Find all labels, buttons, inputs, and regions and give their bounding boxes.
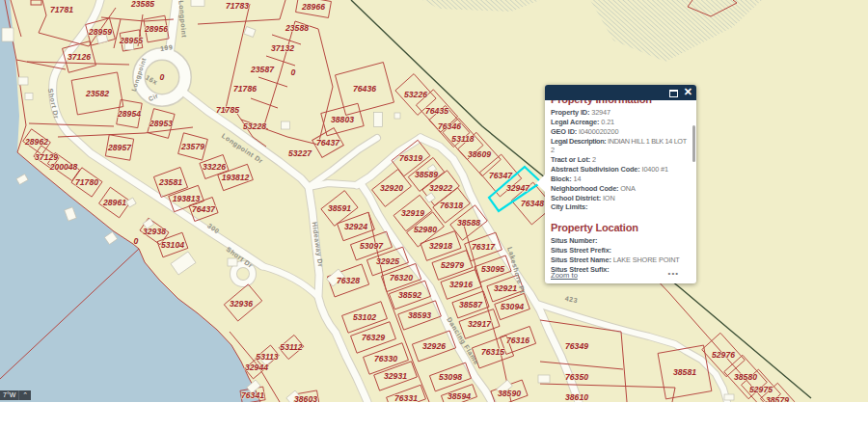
svg-text:53112: 53112 (280, 342, 302, 352)
svg-text:38588: 38588 (457, 218, 480, 228)
svg-text:38594: 38594 (448, 391, 471, 401)
svg-text:76320: 76320 (390, 273, 413, 282)
svg-text:0: 0 (291, 67, 296, 77)
svg-text:76349: 76349 (565, 341, 588, 351)
svg-text:38593: 38593 (408, 310, 431, 320)
svg-text:28962: 28962 (24, 137, 48, 147)
svg-text:76346: 76346 (438, 121, 461, 131)
svg-text:76317: 76317 (472, 242, 496, 252)
svg-text:32947: 32947 (506, 183, 530, 193)
svg-text:71785: 71785 (216, 105, 239, 115)
svg-text:23585: 23585 (130, 0, 154, 9)
svg-text:32936: 32936 (230, 299, 253, 309)
svg-text:23579: 23579 (180, 142, 204, 151)
svg-text:38609: 38609 (468, 149, 491, 159)
svg-text:76435: 76435 (425, 106, 448, 116)
svg-text:200048: 200048 (49, 162, 78, 172)
svg-text:53226: 53226 (404, 90, 427, 99)
svg-text:76328: 76328 (337, 276, 360, 285)
svg-text:52979: 52979 (441, 260, 464, 270)
svg-text:53113: 53113 (256, 352, 278, 362)
svg-text:71780: 71780 (75, 177, 98, 187)
svg-text:38590: 38590 (498, 389, 521, 398)
svg-text:28961: 28961 (102, 198, 126, 207)
svg-text:32924: 32924 (344, 222, 367, 231)
svg-text:76330: 76330 (374, 354, 397, 363)
svg-text:28955: 28955 (119, 36, 143, 45)
svg-text:53227: 53227 (288, 148, 312, 158)
svg-text:71783: 71783 (226, 1, 249, 11)
svg-text:38581: 38581 (673, 367, 696, 377)
svg-text:76319: 76319 (399, 153, 422, 163)
svg-text:38591: 38591 (328, 203, 351, 213)
svg-text:28956: 28956 (144, 24, 168, 34)
svg-text:32925: 32925 (376, 256, 399, 266)
svg-text:52980: 52980 (414, 225, 437, 234)
svg-text:53104: 53104 (161, 240, 184, 250)
svg-text:76316: 76316 (506, 336, 529, 345)
svg-text:32919: 32919 (401, 208, 424, 218)
svg-text:76318: 76318 (440, 201, 463, 210)
svg-text:32920: 32920 (380, 183, 403, 193)
svg-text:76436: 76436 (353, 84, 376, 94)
svg-text:76350: 76350 (565, 372, 588, 382)
svg-text:38579: 38579 (766, 395, 789, 402)
svg-text:28957: 28957 (107, 143, 132, 152)
svg-text:28953: 28953 (149, 119, 173, 128)
svg-text:38803: 38803 (331, 115, 354, 124)
svg-text:53097: 53097 (360, 241, 384, 251)
svg-text:76348: 76348 (521, 199, 544, 208)
svg-text:76347: 76347 (489, 171, 513, 180)
svg-text:32931: 32931 (384, 371, 407, 381)
svg-text:32916: 32916 (449, 280, 473, 289)
svg-text:52975: 52975 (749, 385, 773, 394)
svg-text:28966: 28966 (301, 2, 325, 12)
svg-text:76329: 76329 (362, 333, 385, 342)
svg-text:37129: 37129 (35, 152, 58, 162)
svg-text:53098: 53098 (439, 372, 462, 382)
svg-text:32922: 32922 (429, 183, 452, 193)
svg-text:32921: 32921 (494, 283, 517, 293)
svg-text:32917: 32917 (468, 319, 492, 329)
svg-text:37132: 37132 (271, 43, 294, 53)
svg-text:0: 0 (134, 236, 139, 246)
svg-text:32938: 32938 (143, 227, 166, 236)
svg-text:38589: 38589 (415, 170, 438, 179)
svg-text:32944: 32944 (245, 363, 268, 372)
svg-text:28959: 28959 (88, 27, 112, 37)
svg-text:53228: 53228 (243, 121, 266, 131)
svg-text:0: 0 (160, 72, 165, 82)
svg-text:28954: 28954 (117, 109, 141, 119)
svg-text:53095: 53095 (481, 264, 504, 274)
svg-text:76341: 76341 (241, 390, 264, 400)
svg-text:23588: 23588 (285, 23, 309, 33)
svg-text:23587: 23587 (250, 65, 275, 74)
svg-text:53094: 53094 (501, 302, 524, 311)
svg-text:33226: 33226 (203, 162, 226, 172)
svg-text:53102: 53102 (353, 312, 376, 322)
svg-text:23581: 23581 (158, 177, 182, 187)
svg-text:38587: 38587 (459, 300, 483, 309)
svg-text:37126: 37126 (68, 52, 91, 62)
svg-text:52976: 52976 (712, 350, 735, 360)
svg-text:32926: 32926 (422, 341, 446, 351)
svg-text:71786: 71786 (233, 84, 257, 94)
svg-text:38603: 38603 (294, 394, 317, 402)
svg-text:76331: 76331 (394, 393, 418, 402)
svg-text:71781: 71781 (50, 5, 73, 14)
svg-text:38580: 38580 (734, 372, 757, 382)
svg-text:23582: 23582 (85, 89, 109, 98)
svg-text:193813: 193813 (173, 194, 201, 203)
svg-text:76437: 76437 (316, 138, 340, 148)
svg-text:38610: 38610 (565, 392, 588, 402)
svg-text:76315: 76315 (481, 347, 504, 357)
svg-text:193812: 193812 (222, 173, 250, 182)
svg-text:53118: 53118 (451, 134, 474, 144)
svg-text:76437: 76437 (192, 204, 216, 214)
svg-text:38592: 38592 (398, 290, 421, 300)
svg-text:32918: 32918 (429, 241, 452, 251)
